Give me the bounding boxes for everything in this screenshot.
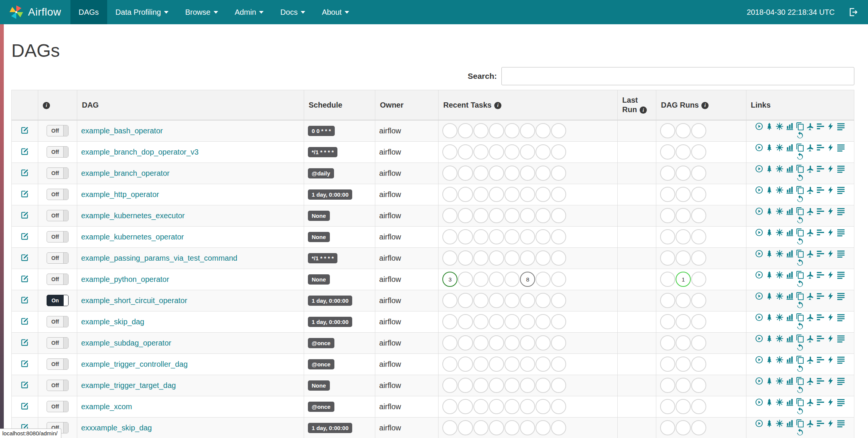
task-duration-icon[interactable] [785, 419, 794, 428]
dag-run-circle[interactable] [676, 166, 691, 181]
refresh-icon[interactable] [796, 131, 804, 140]
refresh-icon[interactable] [796, 216, 804, 225]
dag-run-circle[interactable] [691, 357, 706, 372]
logout-icon[interactable] [848, 7, 858, 17]
gantt-icon[interactable] [816, 207, 825, 216]
code-view-icon[interactable] [826, 398, 835, 407]
schedule-badge[interactable]: */1 * * * * [308, 147, 337, 157]
dag-pause-toggle[interactable]: Off [47, 210, 69, 221]
dag-link[interactable]: example_http_operator [81, 190, 159, 199]
task-instance-circle[interactable] [504, 144, 520, 160]
gantt-icon[interactable] [816, 249, 825, 258]
task-instance-circle[interactable] [442, 399, 457, 414]
task-duration-icon[interactable] [785, 207, 794, 216]
dag-run-circle[interactable] [676, 144, 691, 160]
dag-run-circle[interactable] [691, 293, 706, 308]
gantt-icon[interactable] [816, 355, 825, 364]
nav-item-about[interactable]: About [314, 0, 358, 24]
dag-link[interactable]: example_xcom [81, 402, 132, 411]
dag-run-circle[interactable] [676, 229, 691, 244]
task-instance-circle[interactable] [504, 293, 520, 308]
trigger-dag-icon[interactable] [755, 164, 763, 173]
landing-times-icon[interactable] [806, 334, 815, 343]
task-instance-circle[interactable] [458, 144, 473, 160]
task-instance-circle[interactable] [489, 378, 504, 393]
task-instance-circle[interactable] [535, 293, 551, 308]
task-instance-circle[interactable] [473, 229, 489, 244]
logs-icon[interactable] [837, 164, 845, 173]
task-instance-circle[interactable] [489, 272, 504, 287]
dag-run-circle[interactable] [691, 166, 706, 181]
dag-pause-toggle[interactable]: On [47, 295, 69, 306]
dag-run-circle[interactable] [676, 378, 691, 393]
refresh-icon[interactable] [796, 343, 804, 352]
task-instance-circle[interactable] [535, 314, 551, 329]
tree-view-icon[interactable] [765, 377, 774, 385]
task-instance-circle[interactable] [458, 208, 473, 223]
edit-dag-icon[interactable] [20, 231, 30, 241]
landing-times-icon[interactable] [806, 249, 815, 258]
task-instance-circle[interactable]: 8 [520, 272, 535, 287]
tree-view-icon[interactable] [765, 398, 774, 407]
tree-view-icon[interactable] [765, 186, 774, 194]
code-view-icon[interactable] [826, 143, 835, 152]
logs-icon[interactable] [837, 334, 845, 343]
task-instance-circle[interactable] [458, 229, 473, 244]
graph-view-icon[interactable] [775, 377, 784, 385]
nav-item-docs[interactable]: Docs [272, 0, 314, 24]
schedule-badge[interactable]: 1 day, 0:00:00 [308, 189, 352, 200]
landing-times-icon[interactable] [806, 228, 815, 237]
graph-view-icon[interactable] [775, 143, 784, 152]
task-instance-circle[interactable] [473, 357, 489, 372]
task-instance-circle[interactable] [473, 208, 489, 223]
graph-view-icon[interactable] [775, 228, 784, 237]
dag-pause-toggle[interactable]: Off [47, 125, 69, 136]
refresh-icon[interactable] [796, 407, 804, 416]
task-instance-circle[interactable] [535, 187, 551, 202]
task-instance-circle[interactable] [458, 420, 473, 435]
dag-run-circle[interactable] [676, 123, 691, 138]
task-instance-circle[interactable] [551, 272, 566, 287]
refresh-icon[interactable] [796, 195, 804, 203]
edit-dag-icon[interactable] [20, 274, 30, 283]
tree-view-icon[interactable] [765, 122, 774, 131]
gantt-icon[interactable] [816, 122, 825, 131]
landing-times-icon[interactable] [806, 186, 815, 194]
dag-link[interactable]: example_bash_operator [81, 127, 163, 135]
task-tries-icon[interactable] [796, 207, 804, 216]
dag-link[interactable]: example_branch_dop_operator_v3 [81, 148, 198, 156]
code-view-icon[interactable] [826, 122, 835, 131]
code-view-icon[interactable] [826, 355, 835, 364]
task-instance-circle[interactable] [489, 420, 504, 435]
code-view-icon[interactable] [826, 292, 835, 300]
airflow-brand[interactable]: Airflow [8, 0, 70, 24]
info-icon[interactable]: i [640, 106, 647, 114]
gantt-icon[interactable] [816, 377, 825, 385]
task-tries-icon[interactable] [796, 313, 804, 322]
task-instance-circle[interactable] [473, 314, 489, 329]
dag-pause-toggle[interactable]: Off [47, 252, 69, 264]
dag-run-circle[interactable] [691, 399, 706, 414]
dag-pause-toggle[interactable]: Off [47, 146, 69, 158]
schedule-badge[interactable]: None [308, 380, 330, 391]
logs-icon[interactable] [837, 186, 845, 194]
task-instance-circle[interactable] [520, 357, 535, 372]
graph-view-icon[interactable] [775, 207, 784, 216]
graph-view-icon[interactable] [775, 355, 784, 364]
task-duration-icon[interactable] [785, 271, 794, 279]
task-instance-circle[interactable] [520, 123, 535, 138]
dag-run-circle[interactable] [676, 420, 691, 435]
nav-item-admin[interactable]: Admin [226, 0, 272, 24]
gantt-icon[interactable] [816, 292, 825, 300]
dag-run-circle[interactable] [660, 187, 675, 202]
code-view-icon[interactable] [826, 271, 835, 279]
dag-run-circle[interactable] [691, 208, 706, 223]
task-instance-circle[interactable] [458, 378, 473, 393]
graph-view-icon[interactable] [775, 292, 784, 300]
dag-run-circle[interactable] [676, 293, 691, 308]
task-duration-icon[interactable] [785, 228, 794, 237]
trigger-dag-icon[interactable] [755, 271, 763, 279]
task-instance-circle[interactable] [520, 378, 535, 393]
task-instance-circle[interactable] [551, 335, 566, 350]
info-icon[interactable]: i [43, 102, 50, 109]
